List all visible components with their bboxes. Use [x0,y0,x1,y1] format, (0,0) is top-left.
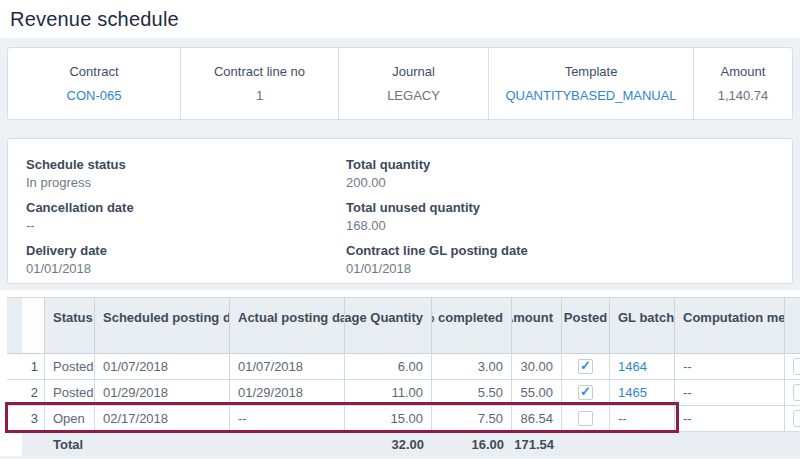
field-label: Journal [392,64,435,79]
col-header-pct-completed[interactable]: % completed [432,297,512,354]
summary-field-amount: Amount 1,140.74 [693,48,792,119]
gl-batch-cell: 1464 [610,354,675,380]
total-gutter [7,432,23,456]
row-number: 3 [22,406,45,432]
pct-completed-cell: 5.50 [432,380,512,406]
posted-checkbox[interactable] [578,411,593,426]
detail-cancellation-date: Cancellation date -- [26,199,346,235]
detail-delivery-date: Delivery date 01/01/2018 [26,242,346,278]
col-header-usage-quantity[interactable]: Usage Quantity [345,297,432,354]
col-header-gl-batch[interactable]: GL batch [610,297,675,354]
details-card: Schedule status In progress Cancellation… [7,138,793,284]
actual-date-cell: 01/29/2018 [230,380,345,406]
title-bar: Revenue schedule [0,0,800,38]
details-right-column: Total quantity 200.00 Total unused quant… [346,156,528,283]
actions-cell [785,380,800,406]
status-cell: Posted [45,380,95,406]
summary-field-template: Template QUANTITYBASED_MANUAL [488,48,693,119]
posted-checkbox[interactable] [578,359,593,374]
summary-field-journal: Journal LEGACY [338,48,488,119]
total-amount: 171.54 [512,432,562,456]
row-gutter [7,406,22,432]
row-number: 2 [22,380,45,406]
total-spacer [675,432,785,456]
total-spacer [785,432,800,456]
memo-cell: -- [675,354,785,380]
col-header-actions [785,297,800,354]
field-label: Contract [69,64,118,79]
posted-cell [562,380,610,406]
usage-qty-cell: 6.00 [345,354,432,380]
field-value: LEGACY [387,88,440,103]
gl-batch-cell: 1465 [610,380,675,406]
total-label: Total [45,432,95,456]
usage-qty-cell: 15.00 [345,406,432,432]
total-spacer [95,432,230,456]
row-action-button[interactable] [793,384,800,401]
field-label: Contract line no [214,64,305,79]
contract-link[interactable]: CON-065 [67,88,122,103]
summary-field-contract: Contract CON-065 [8,48,180,119]
col-header-amount[interactable]: Amount [512,297,562,354]
total-pct-completed: 16.00 [432,432,512,456]
field-value: 1 [256,88,263,103]
total-row-number [22,432,45,456]
col-header-actual-posting-date[interactable]: Actual posting date [230,297,345,354]
detail-total-unused-quantity: Total unused quantity 168.00 [346,199,528,235]
detail-schedule-status: Schedule status In progress [26,156,346,192]
gl-batch-link[interactable]: 1465 [618,385,647,400]
memo-cell: -- [675,406,785,432]
pct-completed-cell: 3.00 [432,354,512,380]
actions-cell [785,354,800,380]
schedule-table-panel: Status Scheduled posting date Actual pos… [0,290,800,456]
scheduled-date-cell: 01/29/2018 [95,380,230,406]
amount-cell: 86.54 [512,406,562,432]
posted-cell [562,354,610,380]
schedule-table: Status Scheduled posting date Actual pos… [7,297,800,456]
detail-total-quantity: Total quantity 200.00 [346,156,528,192]
memo-cell: -- [675,380,785,406]
actual-date-cell: 01/07/2018 [230,354,345,380]
field-label: Amount [721,64,766,79]
field-label: Template [565,64,618,79]
col-header-computation-memo[interactable]: Computation memo [675,297,785,354]
actions-cell [785,406,800,432]
posted-cell [562,406,610,432]
actual-date-cell: -- [230,406,345,432]
row-number: 1 [22,354,45,380]
row-gutter [7,380,22,406]
gl-batch-cell: -- [610,406,675,432]
row-action-button[interactable] [793,358,800,375]
details-left-column: Schedule status In progress Cancellation… [26,156,346,283]
template-link[interactable]: QUANTITYBASED_MANUAL [505,88,676,103]
detail-contract-line-gl-posting-date: Contract line GL posting date 01/01/2018 [346,242,528,278]
row-action-button[interactable] [793,410,800,427]
scheduled-date-cell: 02/17/2018 [95,406,230,432]
pct-completed-cell: 7.50 [432,406,512,432]
posted-checkbox[interactable] [578,385,593,400]
col-header-scheduled-posting-date[interactable]: Scheduled posting date [95,297,230,354]
summary-field-contract-line-no: Contract line no 1 [180,48,338,119]
total-usage-qty: 32.00 [345,432,432,456]
amount-cell: 30.00 [512,354,562,380]
usage-qty-cell: 11.00 [345,380,432,406]
summary-card: Contract CON-065 Contract line no 1 Jour… [7,47,793,120]
total-spacer [562,432,610,456]
scheduled-date-cell: 01/07/2018 [95,354,230,380]
col-header-status[interactable]: Status [45,297,95,354]
status-cell: Open [45,406,95,432]
gl-batch-link[interactable]: 1464 [618,359,647,374]
field-value: 1,140.74 [718,88,769,103]
total-spacer [610,432,675,456]
row-gutter [7,354,22,380]
page-title: Revenue schedule [10,8,800,31]
col-header-posted[interactable]: Posted [562,297,610,354]
amount-cell: 55.00 [512,380,562,406]
header-row-number [22,297,45,354]
status-cell: Posted [45,354,95,380]
total-spacer [230,432,345,456]
